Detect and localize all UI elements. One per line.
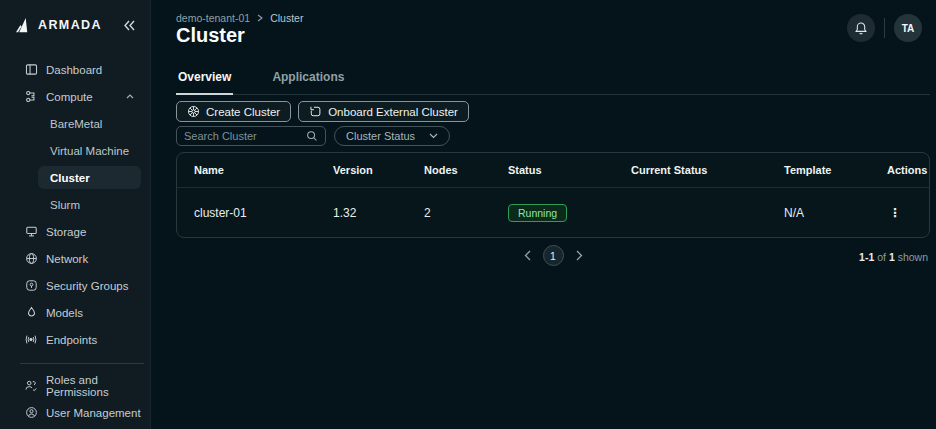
notifications-button[interactable]: [847, 14, 875, 42]
endpoints-icon: [24, 333, 38, 347]
filter-row: Cluster Status: [176, 126, 450, 146]
security-groups-icon: [24, 279, 38, 293]
sidebar-item-user-management[interactable]: User Management: [0, 399, 150, 426]
cluster-table: Name Version Nodes Status Current Status…: [176, 152, 930, 238]
roles-icon: [24, 379, 38, 393]
sidebar-item-dashboard[interactable]: Dashboard: [0, 56, 150, 83]
summary-of: of: [877, 251, 886, 263]
create-cluster-label: Create Cluster: [206, 106, 280, 118]
main-content: TA demo-tenant-01 Cluster Cluster Overvi…: [151, 0, 936, 429]
column-header-nodes: Nodes: [424, 164, 508, 176]
cell-cluster-name[interactable]: cluster-01: [194, 206, 333, 220]
row-actions-kebab-icon[interactable]: ⋮: [887, 208, 903, 218]
chevron-down-icon: [429, 133, 438, 139]
sidebar-item-label: Compute: [46, 91, 93, 103]
brand-name: ARMADA: [38, 18, 102, 32]
sidebar-item-label: Dashboard: [46, 64, 102, 76]
sidebar-item-compute[interactable]: Compute: [0, 83, 150, 110]
tab-overview[interactable]: Overview: [176, 64, 233, 95]
sidebar-item-endpoints[interactable]: Endpoints: [0, 326, 150, 353]
status-badge: Running: [508, 204, 567, 222]
next-page-icon[interactable]: [576, 250, 583, 261]
cluster-status-filter[interactable]: Cluster Status: [334, 126, 450, 146]
sidebar-item-label: Virtual Machine: [50, 145, 129, 157]
pagination: 1: [176, 245, 930, 266]
topbar-divider: [884, 18, 885, 38]
storage-icon: [24, 225, 38, 239]
topbar-actions: TA: [847, 14, 922, 42]
helm-icon: [187, 105, 200, 118]
sail-logo-icon: [14, 16, 32, 34]
sidebar-item-virtual-machine[interactable]: Virtual Machine: [0, 137, 150, 164]
column-header-version: Version: [333, 164, 424, 176]
sidebar-item-label: Cluster: [50, 172, 90, 184]
user-avatar[interactable]: TA: [894, 14, 922, 42]
cluster-search-box: [176, 126, 326, 146]
dashboard-icon: [24, 63, 38, 77]
results-summary: 1-1 of 1 shown: [859, 251, 928, 263]
sidebar-item-label: BareMetal: [50, 118, 102, 130]
sidebar-item-models[interactable]: Models: [0, 299, 150, 326]
tab-applications[interactable]: Applications: [270, 64, 346, 94]
sidebar-item-storage[interactable]: Storage: [0, 218, 150, 245]
column-header-current-status: Current Status: [631, 164, 784, 176]
tab-bar: Overview Applications: [176, 64, 930, 95]
sidebar-item-label: Roles and Permissions: [46, 374, 150, 398]
cell-status: Running: [508, 204, 631, 222]
cell-nodes: 2: [424, 206, 508, 220]
cell-template: N/A: [784, 206, 887, 220]
column-header-template: Template: [784, 164, 887, 176]
sidebar-item-label: Network: [46, 253, 88, 265]
onboard-external-cluster-label: Onboard External Cluster: [328, 106, 458, 118]
sidebar-item-label: Slurm: [50, 199, 80, 211]
summary-shown: shown: [898, 251, 928, 263]
column-header-status: Status: [508, 164, 631, 176]
sidebar-item-label: Storage: [46, 226, 86, 238]
column-header-actions: Actions: [887, 164, 929, 176]
create-cluster-button[interactable]: Create Cluster: [176, 101, 291, 122]
models-icon: [24, 306, 38, 320]
sidebar-item-label: Endpoints: [46, 334, 97, 346]
chevron-up-icon: [126, 94, 134, 99]
compute-icon: [24, 90, 38, 104]
sidebar-item-roles-permissions[interactable]: Roles and Permissions: [0, 372, 150, 399]
network-icon: [24, 252, 38, 266]
sidebar-item-security-groups[interactable]: Security Groups: [0, 272, 150, 299]
breadcrumb-current: Cluster: [270, 12, 303, 24]
user-management-icon: [24, 406, 38, 420]
page-title: Cluster: [176, 24, 245, 47]
sidebar-item-label: User Management: [46, 407, 141, 419]
column-header-name: Name: [194, 164, 333, 176]
summary-range: 1-1: [859, 251, 874, 263]
sidebar-item-label: Security Groups: [46, 280, 128, 292]
avatar-initials: TA: [902, 23, 915, 34]
breadcrumb-separator-icon: [257, 14, 263, 22]
sidebar-divider: [20, 363, 144, 364]
collapse-sidebar-icon[interactable]: [123, 20, 136, 31]
sidebar-item-network[interactable]: Network: [0, 245, 150, 272]
table-header-row: Name Version Nodes Status Current Status…: [177, 153, 929, 188]
search-icon: [306, 130, 318, 142]
bell-icon: [854, 21, 868, 36]
sidebar-item-label: Models: [46, 307, 83, 319]
cluster-status-filter-value: Cluster Status: [346, 130, 415, 142]
action-buttons: Create Cluster Onboard External Cluster: [176, 101, 469, 122]
sidebar-item-baremetal[interactable]: BareMetal: [0, 110, 150, 137]
sidebar-item-slurm[interactable]: Slurm: [0, 191, 150, 218]
table-row: cluster-01 1.32 2 Running N/A ⋮: [177, 188, 929, 237]
onboard-external-cluster-button[interactable]: Onboard External Cluster: [298, 101, 469, 122]
summary-total: 1: [889, 251, 895, 263]
sidebar: ARMADA Dashboard: [0, 0, 151, 429]
cell-version: 1.32: [333, 206, 424, 220]
previous-page-icon[interactable]: [524, 250, 531, 261]
sidebar-item-cluster[interactable]: Cluster: [38, 166, 141, 189]
sidebar-nav: Dashboard Compute BareMetal: [0, 56, 150, 426]
import-icon: [309, 105, 322, 118]
search-input[interactable]: [184, 130, 306, 142]
logo-row: ARMADA: [0, 0, 150, 34]
app-window: ARMADA Dashboard: [0, 0, 936, 429]
breadcrumb: demo-tenant-01 Cluster: [176, 12, 303, 24]
breadcrumb-tenant[interactable]: demo-tenant-01: [176, 12, 250, 24]
page-number-button[interactable]: 1: [543, 245, 564, 266]
